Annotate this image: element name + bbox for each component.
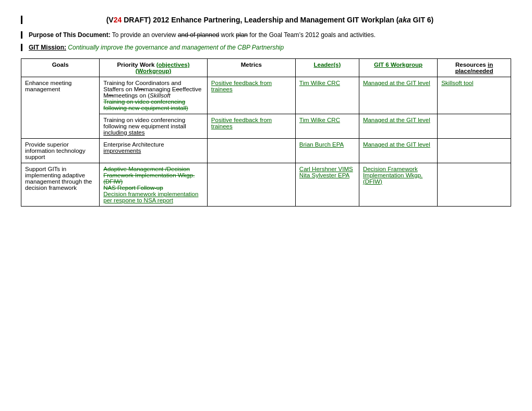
cell-metrics-4 — [207, 163, 295, 207]
cell-goals-3: Provide superior information technology … — [21, 139, 100, 163]
table-row: Support GITs in implementing adaptive ma… — [21, 163, 511, 207]
cell-leader-4: Carl Hershner VIMS Nita Sylvester EPA — [295, 163, 359, 207]
purpose-strikethrough2: plan — [236, 31, 248, 39]
header-metrics: Metrics — [207, 59, 295, 77]
cell-resources-4 — [438, 163, 511, 207]
purpose-line: Purpose of This Document: To provide an … — [21, 31, 511, 39]
header-priority: Priority Work (objectives)(Workgroup) — [100, 59, 208, 77]
table-row: Provide superior information technology … — [21, 139, 511, 163]
cell-priority-2: Training on video conferencing following… — [100, 114, 208, 139]
cell-goals-1: Enhance meeting management — [21, 77, 100, 139]
cell-priority-4: Adaptive Management /Decision Framework … — [100, 163, 208, 207]
cell-priority-3: Enterprise Architecture improvements — [100, 139, 208, 163]
mission-line: GIT Mission: Continually improve the gov… — [21, 44, 511, 51]
cell-resources-2 — [438, 114, 511, 139]
purpose-strikethrough1: and of planned — [178, 31, 219, 39]
header-workgroup: GIT 6 Workgroup — [359, 59, 437, 77]
table-row: Enhance meeting management Training for … — [21, 77, 511, 114]
title-draft: DRAFT) 2012 Enhance Partnering, Leadersh… — [122, 16, 433, 24]
cell-resources-1: Skillsoft tool — [438, 77, 511, 114]
cell-leader-1: Tim Wilke CRC — [295, 77, 359, 114]
header-goals: Goals — [21, 59, 100, 77]
cell-resources-3 — [438, 139, 511, 163]
cell-workgroup-3: Managed at the GIT level — [359, 139, 437, 163]
cell-metrics-3 — [207, 139, 295, 163]
cell-metrics-1: Positive feedback from trainees — [207, 77, 295, 114]
mission-text: Continually improve the governance and m… — [68, 44, 284, 51]
version-number: 24 — [114, 16, 122, 24]
mission-label: GIT Mission: — [29, 44, 66, 51]
page-container: (V24 DRAFT) 2012 Enhance Partnering, Lea… — [21, 16, 511, 207]
cell-workgroup-1: Managed at the GIT level — [359, 77, 437, 114]
cell-goals-4: Support GITs in implementing adaptive ma… — [21, 163, 100, 207]
title-section: (V24 DRAFT) 2012 Enhance Partnering, Lea… — [21, 16, 511, 24]
purpose-text1: To provide an overview — [111, 31, 178, 39]
cell-workgroup-4: Decision Framework Implementation Wkgp. … — [359, 163, 437, 207]
header-resources: Resources in place/needed — [438, 59, 511, 77]
purpose-text3: for the Goal Team’s 2012 goals and activ… — [248, 31, 376, 39]
main-table: Goals Priority Work (objectives)(Workgro… — [21, 58, 511, 207]
cell-priority-1: Training for Coordinators and Staffers o… — [100, 77, 208, 114]
table-header-row: Goals Priority Work (objectives)(Workgro… — [21, 59, 511, 77]
purpose-text2: work — [219, 31, 236, 39]
cell-leader-2: Tim Wilke CRC — [295, 114, 359, 139]
cell-metrics-2: Positive feedback from trainees — [207, 114, 295, 139]
cell-workgroup-2: Managed at the GIT level — [359, 114, 437, 139]
title-prefix: (V — [106, 16, 114, 24]
header-leader: Leader(s) — [295, 59, 359, 77]
purpose-label: Purpose of This Document: — [29, 31, 111, 39]
title-line: (V24 DRAFT) 2012 Enhance Partnering, Lea… — [29, 16, 511, 24]
cell-leader-3: Brian Burch EPA — [295, 139, 359, 163]
